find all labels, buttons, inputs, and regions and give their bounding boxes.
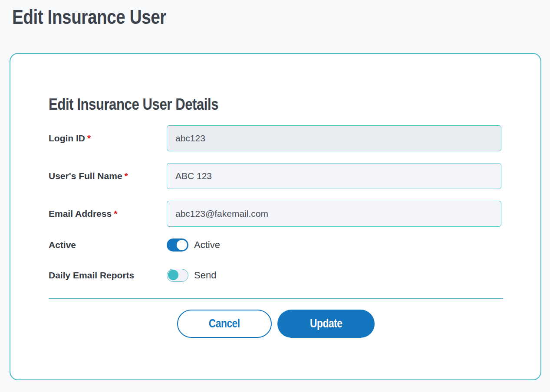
form-row-daily-email-reports: Daily Email Reports Send — [49, 269, 501, 282]
actions-bar: Cancel Update — [49, 310, 503, 338]
required-asterisk: * — [87, 133, 91, 143]
active-toggle-knob — [177, 240, 187, 250]
required-asterisk: * — [114, 209, 117, 219]
active-label: Active — [49, 240, 167, 250]
page-title-text: Edit Insurance User — [12, 5, 166, 29]
email-label: Email Address* — [49, 209, 167, 219]
daily-email-reports-label: Daily Email Reports — [49, 270, 167, 281]
login-id-label: Login ID* — [49, 133, 167, 144]
cancel-button[interactable]: Cancel — [177, 310, 272, 338]
daily-email-reports-toggle-knob — [168, 270, 178, 280]
daily-email-reports-toggle[interactable] — [167, 269, 188, 282]
active-toggle[interactable] — [167, 238, 188, 252]
login-id-input[interactable] — [167, 125, 501, 151]
full-name-label: User's Full Name* — [49, 171, 167, 181]
email-input[interactable] — [167, 201, 501, 227]
form-row-email: Email Address* — [49, 201, 501, 227]
full-name-input[interactable] — [167, 163, 501, 189]
active-toggle-state-label: Active — [194, 239, 220, 251]
daily-email-reports-state-label: Send — [194, 270, 216, 281]
edit-user-card-content: Edit Insurance User Details Login ID* Us… — [10, 54, 540, 338]
form-row-login-id: Login ID* — [49, 125, 501, 151]
required-asterisk: * — [125, 171, 128, 181]
actions-divider — [49, 298, 503, 299]
update-button[interactable]: Update — [277, 310, 375, 338]
card-heading: Edit Insurance User Details — [49, 95, 501, 114]
card-heading-text: Edit Insurance User Details — [49, 95, 218, 114]
edit-user-card: Edit Insurance User Details Login ID* Us… — [10, 53, 541, 380]
form-row-full-name: User's Full Name* — [49, 163, 501, 189]
form-row-active: Active Active — [49, 238, 501, 252]
page-title: Edit Insurance User — [0, 0, 550, 29]
